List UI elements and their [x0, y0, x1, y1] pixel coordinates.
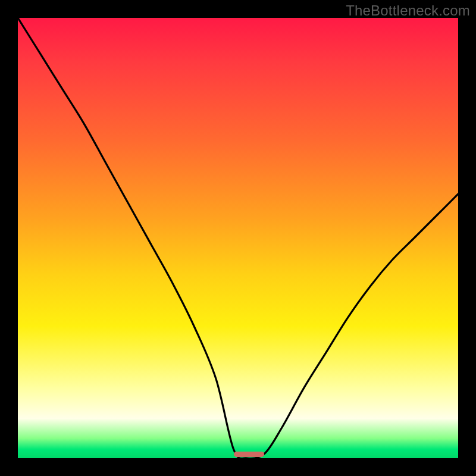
curve-svg [18, 18, 458, 458]
bottleneck-curve [18, 18, 458, 458]
optimal-range-marker [234, 452, 265, 457]
watermark-text: TheBottleneck.com [346, 2, 470, 19]
plot-area [18, 18, 458, 458]
chart-frame: TheBottleneck.com [0, 0, 476, 476]
